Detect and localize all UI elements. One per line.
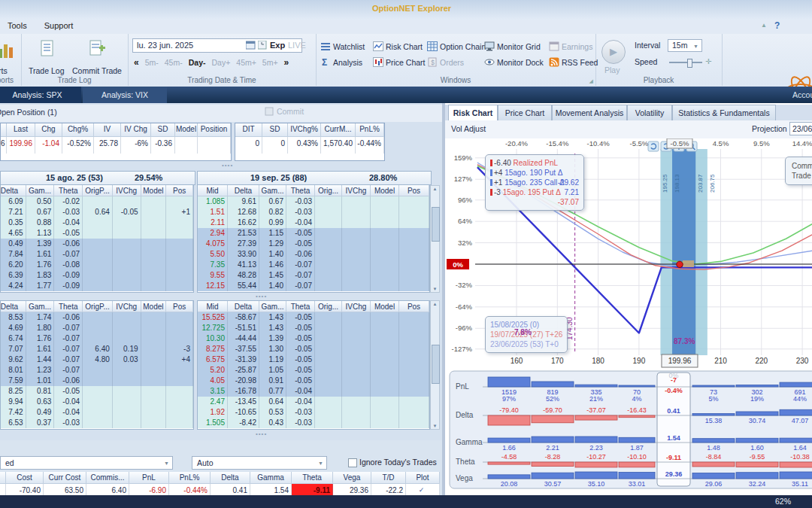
- chain-row[interactable]: 9.940.63-0.04: [0, 397, 193, 407]
- chain-row[interactable]: 7.210.67-0.030.64-0.05+1: [0, 207, 193, 217]
- chain-row[interactable]: 10.30-44.441.39-0.05: [198, 333, 429, 344]
- time-icon[interactable]: [258, 41, 267, 51]
- col-header[interactable]: Cost: [6, 472, 44, 484]
- chain-row[interactable]: 5.20-25.871.05-0.05: [198, 365, 429, 376]
- splitter-handle[interactable]: ••••: [256, 430, 267, 437]
- tab-risk-chart[interactable]: Risk Chart: [448, 105, 498, 120]
- commit-button[interactable]: Commit: [265, 107, 304, 116]
- chain-row[interactable]: 8.531.74-0.06: [0, 312, 193, 323]
- chain-row[interactable]: 1.92-10.650.53-0.03: [198, 407, 429, 418]
- trade-overlay-button[interactable]: Trade: [792, 171, 812, 181]
- interval-select[interactable]: 15m ▼: [668, 39, 702, 52]
- speed-slider-handle[interactable]: [687, 59, 692, 68]
- chain-row[interactable]: 1.505-8.420.43-0.03: [198, 418, 429, 428]
- speed-plus-icon[interactable]: ✛: [705, 57, 711, 65]
- col-header[interactable]: IVChg: [342, 301, 371, 312]
- col-header[interactable]: Vega: [333, 472, 371, 484]
- chain-row[interactable]: 0.491.39-0.06: [0, 239, 193, 249]
- chain-row[interactable]: 2.47-13.450.64-0.04: [198, 397, 429, 407]
- chain-row[interactable]: 5.5033.901.40-0.06: [198, 249, 429, 260]
- ribbon-collapse-icon[interactable]: ▲: [761, 22, 767, 29]
- expiration-header-1[interactable]: 15 ago. 25 (53) 29.54%: [0, 171, 195, 185]
- windows-item-option-chain[interactable]: Option Chain: [427, 41, 486, 51]
- chain-row[interactable]: 4.651.13-0.05: [0, 228, 193, 239]
- scroll-up-icon[interactable]: ▲: [431, 187, 439, 191]
- chain-row[interactable]: 6.741.76-0.07: [0, 333, 193, 344]
- col-header[interactable]: Gam...: [259, 185, 286, 196]
- col-header[interactable]: Chg%: [62, 123, 94, 137]
- chain-row[interactable]: 8.250.81-0.05: [0, 386, 193, 397]
- scroll-up-icon[interactable]: ▲: [431, 302, 439, 306]
- chain-row[interactable]: 7.3541.131.46-0.07: [198, 260, 429, 270]
- calendar-icon[interactable]: [246, 41, 256, 51]
- col-header[interactable]: IVChg: [113, 185, 141, 196]
- windows-item-analysis[interactable]: ΣAnalysis: [320, 57, 362, 67]
- chain-row[interactable]: 6.391.83-0.09: [0, 270, 193, 281]
- col-header[interactable]: DIT: [235, 123, 262, 137]
- scroll-down-icon[interactable]: ▼: [431, 424, 439, 428]
- col-header[interactable]: Gam...: [26, 185, 55, 196]
- chain-row[interactable]: 8.011.23-0.07: [0, 365, 193, 376]
- time-step-45m-[interactable]: 45m-: [165, 58, 183, 67]
- col-header[interactable]: Theta: [286, 301, 315, 312]
- chain-row[interactable]: 7.591.01-0.06: [0, 376, 193, 386]
- col-header[interactable]: Model: [371, 301, 399, 312]
- chain-row[interactable]: 6.201.76-0.08: [0, 260, 193, 270]
- trades-mode-dropdown[interactable]: Auto▼: [192, 456, 327, 470]
- time-step-Day+[interactable]: Day+: [211, 58, 230, 67]
- lower-scrollbar[interactable]: ▲ ▼: [430, 300, 440, 430]
- chain-row[interactable]: 4.241.77-0.09: [0, 281, 193, 291]
- tab-statistics-fundamentals[interactable]: Statistics & Fundamentals: [672, 105, 776, 120]
- col-header[interactable]: Model: [141, 185, 167, 196]
- col-header[interactable]: Model: [175, 123, 198, 137]
- col-header[interactable]: Delta: [228, 185, 259, 196]
- reports-button[interactable]: Reports: [0, 66, 20, 75]
- col-header[interactable]: Delta: [228, 301, 259, 312]
- chain-row[interactable]: 7.420.49-0.04: [0, 407, 193, 418]
- tab-analysis-spx[interactable]: Analysis: SPX: [0, 87, 81, 103]
- col-header[interactable]: Model: [371, 185, 399, 196]
- chain-row[interactable]: 4.691.80-0.07: [0, 323, 193, 333]
- col-header[interactable]: T/D: [371, 472, 406, 484]
- projection-date-field[interactable]: 23/06/20: [789, 122, 812, 135]
- windows-item-watchlist[interactable]: Watchlist: [320, 41, 365, 51]
- windows-item-monitor-grid[interactable]: Monitor Grid: [484, 41, 541, 51]
- col-header[interactable]: Gam...: [26, 301, 55, 312]
- time-step-45m+[interactable]: 45m+: [236, 58, 256, 67]
- col-header[interactable]: Plot: [406, 472, 440, 484]
- current-price-marker[interactable]: [677, 261, 683, 267]
- col-header[interactable]: Pos: [166, 301, 193, 312]
- chain-row[interactable]: 9.621.44-0.074.800.03+4: [0, 354, 193, 365]
- time-step-5m+[interactable]: 5m+: [262, 58, 278, 67]
- commit-trade-button[interactable]: Commit Trade: [72, 66, 122, 75]
- splitter-handle[interactable]: ••••: [222, 162, 233, 169]
- col-header[interactable]: PnL%: [169, 472, 211, 484]
- splitter-handle[interactable]: ••••: [256, 293, 267, 300]
- reports-icon[interactable]: [0, 41, 15, 59]
- col-header[interactable]: Model: [141, 301, 167, 312]
- col-header[interactable]: IVChg: [113, 301, 141, 312]
- upper-scrollbar[interactable]: ▲ ▼: [430, 185, 440, 293]
- scroll-down-icon[interactable]: ▼: [431, 287, 439, 291]
- chain-row[interactable]: 6.530.37-0.03: [0, 418, 193, 428]
- play-button[interactable]: ▶: [601, 40, 626, 64]
- chain-row[interactable]: 7.841.61-0.07: [0, 249, 193, 260]
- trade-log-button[interactable]: Trade Log: [29, 66, 64, 75]
- summary-row[interactable]: 000.43%1,570.40-0.44%: [235, 137, 384, 154]
- col-header[interactable]: IVChg: [342, 185, 371, 196]
- menu-support[interactable]: Support: [37, 20, 81, 30]
- col-header[interactable]: [0, 472, 6, 484]
- col-header[interactable]: Orig...: [315, 301, 342, 312]
- col-header[interactable]: IV: [94, 123, 121, 137]
- speed-slider[interactable]: [669, 62, 702, 63]
- col-header[interactable]: Gam...: [259, 301, 286, 312]
- col-header[interactable]: SD: [262, 123, 288, 137]
- chain-row[interactable]: 3.15-16.780.77-0.04: [198, 386, 429, 397]
- chain-row[interactable]: 2.1116.620.99-0.04: [198, 217, 429, 228]
- trade-log-icon[interactable]: [39, 40, 56, 58]
- help-icon[interactable]: ?: [774, 20, 780, 31]
- col-header[interactable]: SD: [151, 123, 175, 137]
- trading-date-field[interactable]: lu. 23 jun. 2025 Exp LIVE: [132, 38, 302, 53]
- col-header[interactable]: Theta: [54, 301, 83, 312]
- chain-row[interactable]: 15.525-58.671.43-0.05: [198, 312, 429, 323]
